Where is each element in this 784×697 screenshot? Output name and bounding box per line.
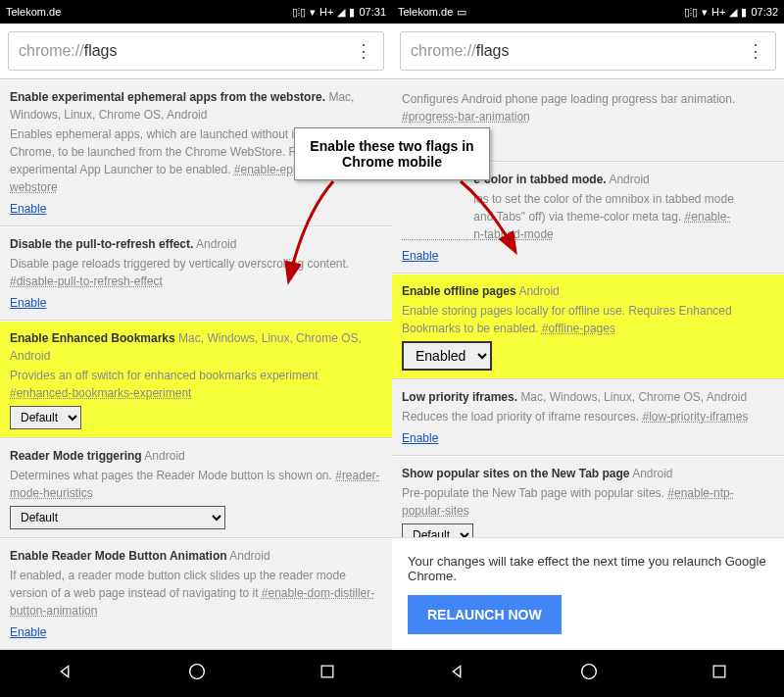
flag-description: Pre-populate the New Tab page with popul… [402, 484, 774, 520]
back-icon[interactable] [55, 661, 76, 686]
home-icon[interactable] [186, 661, 208, 686]
flag-enable-link[interactable]: Enable [10, 200, 46, 218]
flag-platforms: Android [609, 173, 649, 186]
flag-description: Determines what pages the Reader Mode bu… [10, 467, 382, 502]
network-label: H+ [319, 6, 333, 18]
flag-description: If enabled, a reader mode button click s… [10, 567, 382, 620]
flag-title: Enable Enhanced Bookmarks [10, 331, 175, 345]
carrier-label: Telekom.de [398, 6, 453, 18]
haptic-icon: ▯⦙▯ [684, 6, 698, 19]
flag-title: Enable experimental ephemeral apps from … [10, 90, 325, 104]
flag-item: Show popular sites on the New Tab page A… [392, 456, 784, 537]
flag-hash[interactable]: #enable- n-tabbed-mode [402, 210, 730, 241]
flag-description: ies to set the color of the omnibox in t… [402, 190, 774, 243]
signal-icon: ◢ [729, 6, 737, 19]
flag-enable-link[interactable]: Enable [402, 247, 438, 265]
back-icon[interactable] [447, 661, 468, 686]
flag-hash[interactable]: #progress-bar-animation [402, 110, 530, 124]
omnibox-row: chrome://flags ⋮ [0, 24, 392, 79]
flag-platforms: Mac, Windows, Linux, Chrome OS, Android [520, 390, 747, 404]
flag-title: Show popular sites on the New Tab page [402, 467, 629, 480]
flag-description: Enable storing pages locally for offline… [402, 302, 774, 337]
flag-platforms: Android [632, 467, 672, 480]
flag-item: Reader Mode triggering AndroidDetermines… [0, 438, 392, 538]
status-bar: Telekom.de ▭ ▯⦙▯ ▾ H+ ◢ ▮ 07:32 [392, 0, 784, 24]
svg-rect-1 [321, 666, 333, 677]
flag-platforms: Android [229, 549, 270, 563]
flag-description: Disable page reloads triggered by vertic… [10, 255, 382, 290]
flag-enable-link[interactable]: Enable [402, 429, 438, 447]
flag-description: Reduces the load priority of iframe reso… [402, 408, 774, 425]
recents-icon[interactable] [318, 662, 337, 685]
flag-hash[interactable]: #low-priority-iframes [642, 410, 748, 423]
flag-enable-link[interactable]: Enable [10, 294, 46, 312]
signal-icon: ◢ [337, 6, 345, 19]
svg-rect-3 [713, 666, 725, 677]
flag-hash[interactable]: #reader-mode-heuristics [10, 469, 380, 500]
flag-title: Enable Reader Mode Button Animation [10, 549, 227, 563]
recents-icon[interactable] [710, 662, 729, 685]
flag-hash[interactable]: #enable-dom-distiller-button-animation [10, 586, 374, 618]
screen-left: Telekom.de ▯⦙▯ ▾ H+ ◢ ▮ 07:31 chrome://f… [0, 0, 392, 697]
wifi-icon: ▾ [702, 6, 708, 19]
flag-title: Enable offline pages [402, 284, 516, 298]
annotation-callout: Enable these two flags in Chrome mobile [294, 127, 490, 180]
omnibox[interactable]: chrome://flags ⋮ [8, 31, 384, 71]
nav-bar [392, 650, 784, 697]
flag-item: Enable Enhanced Bookmarks Mac, Windows, … [0, 321, 392, 438]
flag-description: Configures Android phone page loading pr… [402, 90, 774, 125]
haptic-icon: ▯⦙▯ [292, 6, 306, 19]
battery-icon: ▮ [741, 6, 747, 19]
url-path: flags [476, 42, 510, 59]
flag-select[interactable]: Default [402, 523, 473, 537]
url-prefix: chrome:// [19, 42, 84, 59]
flag-item: Disable the pull-to-refresh effect. Andr… [0, 226, 392, 321]
relaunch-message: Your changes will take effect the next t… [408, 554, 768, 583]
carrier-label: Telekom.de [6, 6, 61, 18]
relaunch-footer: Your changes will take effect the next t… [392, 537, 784, 650]
wifi-icon: ▾ [310, 6, 316, 19]
flag-hash[interactable]: #offline-pages [542, 322, 615, 335]
flag-select[interactable]: Default [10, 406, 81, 429]
url-prefix: chrome:// [411, 42, 476, 59]
flag-item: Enable offline pages AndroidEnable stori… [392, 274, 784, 379]
flag-item: Low priority iframes. Mac, Windows, Linu… [392, 379, 784, 456]
svg-point-2 [582, 665, 597, 679]
flag-item: Enable Reader Mode Button Animation Andr… [0, 538, 392, 650]
flag-select[interactable]: Default [10, 506, 225, 529]
url-path: flags [84, 42, 118, 59]
flag-description: Provides an off switch for enhanced book… [10, 367, 382, 402]
omnibox-row: chrome://flags ⋮ [392, 24, 784, 79]
clock-label: 07:32 [751, 6, 778, 18]
flag-enable-link[interactable]: Enable [10, 623, 46, 641]
menu-icon[interactable]: ⋮ [746, 40, 765, 62]
clock-label: 07:31 [359, 6, 386, 18]
flag-title: Low priority iframes. [402, 390, 517, 404]
flag-platforms: Android [144, 449, 184, 463]
svg-point-0 [190, 665, 205, 679]
nav-bar [0, 650, 392, 697]
network-label: H+ [711, 6, 725, 18]
flag-title: Disable the pull-to-refresh effect. [10, 237, 193, 251]
flag-title: Reader Mode triggering [10, 449, 142, 463]
omnibox[interactable]: chrome://flags ⋮ [400, 31, 776, 71]
flag-hash[interactable]: #enhanced-bookmarks-experiment [10, 386, 191, 400]
status-bar: Telekom.de ▯⦙▯ ▾ H+ ◢ ▮ 07:31 [0, 0, 392, 24]
screen-right: Telekom.de ▭ ▯⦙▯ ▾ H+ ◢ ▮ 07:32 chrome:/… [392, 0, 784, 697]
flag-hash[interactable]: #disable-pull-to-refresh-effect [10, 274, 163, 288]
home-icon[interactable] [578, 661, 600, 686]
flag-platforms: Android [196, 237, 236, 251]
flag-hash[interactable]: #enable-ntp-popular-sites [402, 486, 734, 518]
battery-icon: ▮ [349, 6, 355, 19]
flag-select[interactable]: Enabled [402, 341, 492, 371]
menu-icon[interactable]: ⋮ [354, 40, 373, 62]
flag-platforms: Android [518, 284, 559, 298]
screenshot-icon: ▭ [457, 6, 466, 19]
relaunch-button[interactable]: RELAUNCH NOW [408, 595, 562, 634]
